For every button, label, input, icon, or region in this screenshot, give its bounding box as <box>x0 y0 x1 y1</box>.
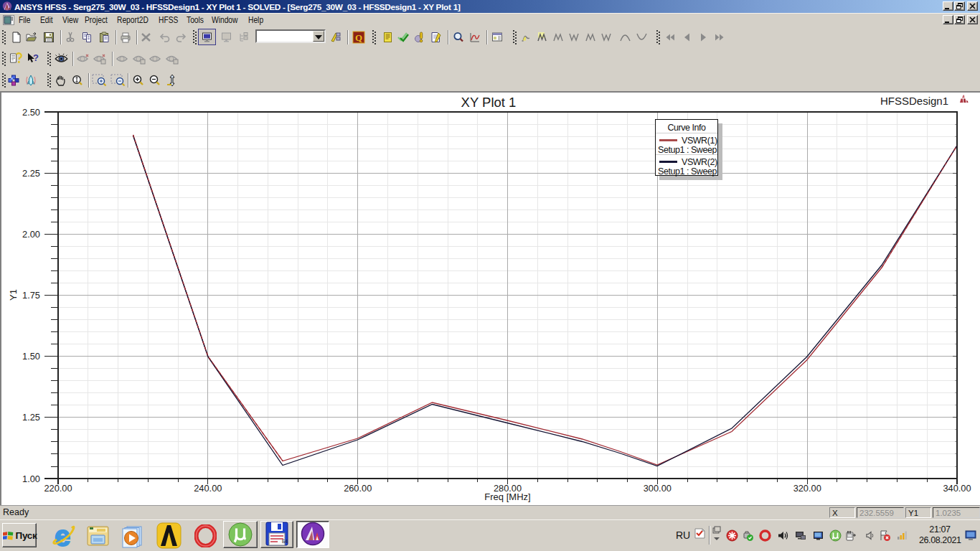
svg-text:2.25: 2.25 <box>22 168 40 179</box>
svg-text:2.00: 2.00 <box>22 229 40 240</box>
svg-text:220.00: 220.00 <box>44 483 72 494</box>
svg-text:XY Plot 1: XY Plot 1 <box>461 95 517 110</box>
svg-text:Freq [MHz]: Freq [MHz] <box>484 491 530 502</box>
svg-text:Y1: Y1 <box>8 289 19 301</box>
svg-text:Q: Q <box>355 32 362 43</box>
svg-text:1.00: 1.00 <box>22 474 40 484</box>
svg-text:1.75: 1.75 <box>22 290 40 301</box>
svg-text:260.00: 260.00 <box>344 483 372 494</box>
svg-text:2.50: 2.50 <box>22 107 40 118</box>
svg-text:320.00: 320.00 <box>793 483 821 494</box>
svg-text:Б4: Б4 <box>282 539 288 545</box>
svg-text:1.50: 1.50 <box>22 351 40 362</box>
svg-text:1.25: 1.25 <box>22 412 40 423</box>
svg-text:HFSSDesign1: HFSSDesign1 <box>880 95 948 107</box>
svg-text:240.00: 240.00 <box>194 483 222 494</box>
svg-text:?: ? <box>33 52 39 63</box>
svg-text:340.00: 340.00 <box>943 483 971 494</box>
svg-text:300.00: 300.00 <box>644 483 672 494</box>
